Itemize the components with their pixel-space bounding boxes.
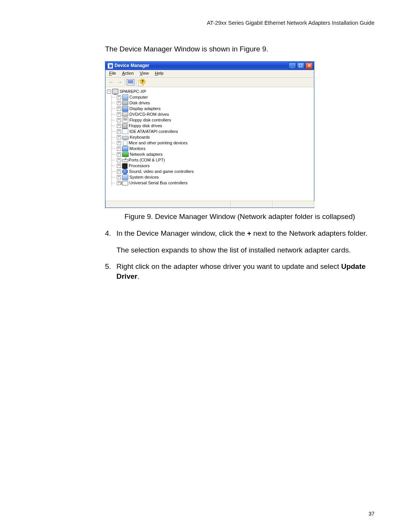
intro-paragraph: The Device Manager Window is shown in Fi…: [105, 44, 374, 54]
tree-item-label: DVD/CD-ROM drives: [129, 112, 169, 117]
tree-item[interactable]: +Universal Serial Bus controllers: [112, 180, 313, 186]
monitor-icon: [122, 146, 128, 152]
steps-list: 4.In the Device Manager window, click th…: [105, 228, 374, 281]
menu-help[interactable]: Help: [152, 70, 167, 77]
toolbar-separator: [136, 79, 136, 86]
body-content: The Device Manager Window is shown in Fi…: [105, 44, 374, 281]
tree-item-label: Monitors: [129, 146, 145, 152]
maximize-button[interactable]: ☐: [297, 62, 304, 69]
menu-action[interactable]: Action: [119, 70, 137, 77]
tree-item[interactable]: +DVD/CD-ROM drives: [112, 112, 313, 117]
status-pane: [272, 201, 314, 208]
expander-icon[interactable]: +: [117, 129, 121, 134]
tree-root[interactable]: − SPAREPC-XP: [106, 89, 313, 94]
tree-item-label: Floppy disk drives: [129, 123, 162, 129]
figure-caption: Figure 9. Device Manager Window (Network…: [105, 212, 374, 222]
window-title: Device Manager: [115, 62, 288, 69]
statusbar: [105, 201, 314, 208]
tree-item-label: Sound, video and game controllers: [129, 169, 194, 174]
step-item: 5.Right click on the adapter whose drive…: [105, 262, 374, 281]
computer-icon: [122, 94, 128, 100]
mouse-icon: [123, 140, 127, 146]
system-icon: [122, 174, 128, 180]
tree-item[interactable]: +System devices: [112, 174, 313, 180]
menu-file[interactable]: File: [106, 70, 119, 77]
page-number: 37: [368, 511, 374, 517]
cpu-icon: [122, 163, 127, 169]
tree-item[interactable]: +Floppy disk drives: [112, 123, 313, 129]
tree-item[interactable]: +Computer: [112, 94, 313, 100]
expander-icon[interactable]: +: [117, 152, 121, 157]
step-number: 5.: [105, 262, 111, 272]
tree-item-label: Computer: [129, 94, 148, 100]
computer-icon: [112, 89, 118, 94]
expander-icon[interactable]: +: [117, 141, 121, 145]
ports-icon: [122, 158, 127, 162]
menubar: File Action View Help: [105, 70, 314, 78]
floppyctl-icon: [122, 117, 128, 123]
step-subtext: The selection expands to show the list o…: [116, 245, 374, 255]
tree-item[interactable]: +Network adapters: [112, 152, 313, 157]
expander-icon[interactable]: +: [117, 95, 121, 99]
tree-item[interactable]: +Processors: [112, 163, 313, 169]
tree-item-label: Ports (COM & LPT): [129, 157, 165, 163]
usb-icon: [122, 181, 128, 185]
document-page: AT-29xx Series Gigabit Ethernet Network …: [0, 0, 411, 532]
forward-button[interactable]: →: [115, 78, 124, 86]
tree-item[interactable]: +Keyboards: [112, 134, 313, 140]
keyboard-icon: [122, 136, 129, 140]
tree-item[interactable]: +Sound, video and game controllers: [112, 169, 313, 174]
tree-item-label: System devices: [129, 174, 159, 180]
device-manager-icon: ▣: [108, 63, 113, 69]
expander-icon[interactable]: +: [117, 175, 121, 179]
expander-icon[interactable]: +: [117, 118, 121, 122]
expander-icon[interactable]: +: [117, 164, 121, 168]
help-button[interactable]: ?: [137, 78, 146, 86]
expander-icon[interactable]: +: [117, 107, 121, 111]
disk-icon: [122, 101, 128, 105]
status-pane: [230, 201, 272, 208]
tree-item[interactable]: +Mice and other pointing devices: [112, 140, 313, 146]
toolbar-separator: [125, 79, 125, 86]
running-head: AT-29xx Series Gigabit Ethernet Network …: [37, 20, 374, 26]
toolbar: ← → ?: [105, 78, 314, 87]
display-icon: [122, 106, 128, 112]
expander-icon[interactable]: +: [117, 169, 121, 174]
device-manager-window: ▣ Device Manager _ ☐ ✕ File Action View …: [105, 61, 314, 208]
network-icon: [122, 152, 129, 157]
tree-item[interactable]: +IDE ATA/ATAPI controllers: [112, 129, 313, 134]
properties-button[interactable]: [126, 78, 135, 86]
root-label: SPAREPC-XP: [119, 89, 146, 94]
tree-item[interactable]: +Floppy disk controllers: [112, 117, 313, 123]
tree-item-label: Network adapters: [130, 152, 162, 157]
sound-icon: [122, 169, 128, 174]
tree-item[interactable]: +Ports (COM & LPT): [112, 157, 313, 163]
menu-view[interactable]: View: [137, 70, 152, 77]
close-button[interactable]: ✕: [305, 62, 313, 69]
expander-icon[interactable]: +: [117, 112, 121, 117]
tree-item-label: Display adapters: [129, 106, 161, 112]
minimize-button[interactable]: _: [288, 62, 296, 69]
expander-icon[interactable]: +: [117, 147, 121, 151]
tree-item[interactable]: +Display adapters: [112, 106, 313, 112]
expander-icon[interactable]: +: [117, 101, 121, 105]
tree-item-label: Disk drives: [129, 100, 150, 106]
step-bold: +: [247, 229, 251, 237]
expander-icon[interactable]: +: [117, 158, 121, 162]
tree-item-label: Floppy disk controllers: [129, 117, 171, 123]
dvd-icon: [122, 112, 128, 117]
expander-icon[interactable]: +: [117, 135, 121, 139]
tree-item-label: Universal Serial Bus controllers: [129, 180, 188, 186]
tree-item-label: Mice and other pointing devices: [129, 140, 188, 146]
device-tree: − SPAREPC-XP +Computer+Disk drives+Displ…: [105, 87, 314, 201]
expander-icon[interactable]: +: [117, 124, 121, 128]
step-number: 4.: [105, 228, 111, 238]
expander-icon[interactable]: +: [117, 181, 121, 185]
back-button[interactable]: ←: [107, 78, 115, 86]
tree-item[interactable]: +Monitors: [112, 146, 313, 152]
status-pane: [105, 201, 231, 208]
tree-item[interactable]: +Disk drives: [112, 100, 313, 106]
root-expander[interactable]: −: [107, 89, 111, 94]
titlebar: ▣ Device Manager _ ☐ ✕: [105, 62, 314, 70]
tree-item-label: Keyboards: [130, 134, 150, 140]
